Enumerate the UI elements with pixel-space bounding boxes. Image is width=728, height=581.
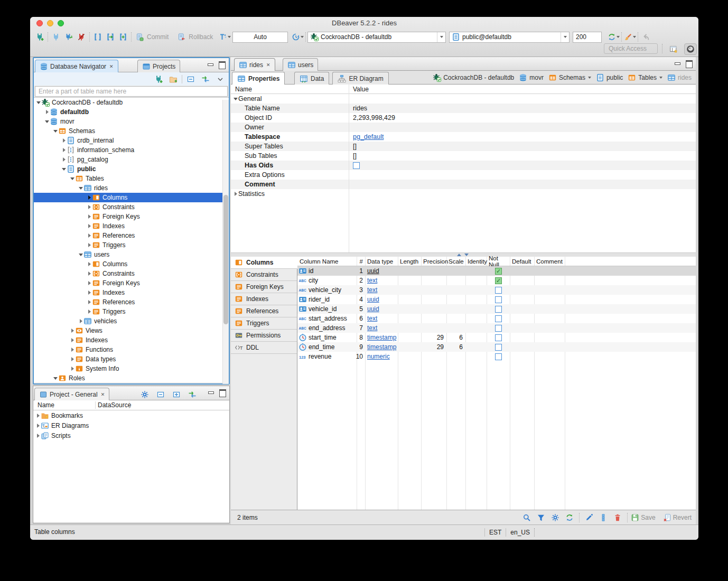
- breadcrumb-public[interactable]: public: [596, 73, 623, 82]
- tree-item-vehicles[interactable]: vehicles: [34, 316, 229, 326]
- subtab-data[interactable]: Data: [294, 72, 329, 85]
- connection-combo[interactable]: CockroachDB - defaultdb: [307, 32, 446, 43]
- expand-arrow-icon[interactable]: [87, 204, 92, 210]
- not-null-checkbox[interactable]: [495, 315, 502, 322]
- expand-arrow-icon[interactable]: [78, 318, 83, 324]
- property-row-object-id[interactable]: Object ID2,293,998,429: [231, 113, 696, 123]
- expand-arrow-icon[interactable]: [87, 233, 92, 238]
- tree-item-columns[interactable]: Columns: [34, 193, 229, 202]
- data-type-link[interactable]: timestamp: [367, 343, 396, 351]
- collapse-all-button[interactable]: [184, 73, 197, 85]
- close-tab-icon[interactable]: ✕: [101, 392, 105, 397]
- not-null-checkbox[interactable]: [495, 325, 502, 332]
- data-type-link[interactable]: numeric: [367, 353, 390, 360]
- connection-view-button[interactable]: [50, 31, 62, 43]
- connect-to-database-button[interactable]: [152, 73, 165, 85]
- detail-tab-foreign-keys[interactable]: Foreign Keys: [231, 281, 297, 293]
- tree-item-users[interactable]: users: [34, 250, 229, 259]
- schema-combo[interactable]: public@defaultdb: [449, 32, 570, 43]
- column-row-end-address[interactable]: ABCend_address7text: [297, 323, 696, 333]
- expand-arrow-icon[interactable]: [87, 280, 92, 286]
- expand-arrow-icon[interactable]: [61, 157, 67, 162]
- column-header-length[interactable]: Length: [398, 257, 421, 266]
- not-null-checkbox[interactable]: [495, 268, 502, 275]
- expand-arrow-icon[interactable]: [87, 214, 92, 219]
- minimize-view-button[interactable]: [208, 389, 214, 396]
- tree-item-crdb-internal[interactable]: crdb_internal: [34, 136, 229, 145]
- property-row-tablespace[interactable]: Tablespacepg_default: [231, 132, 696, 142]
- filter-button[interactable]: [535, 512, 547, 523]
- data-type-link[interactable]: text: [367, 286, 377, 294]
- back-button[interactable]: [640, 31, 652, 43]
- column-header-default[interactable]: Default: [510, 257, 534, 266]
- tree-item-functions[interactable]: Functions: [34, 345, 229, 354]
- not-null-checkbox[interactable]: [495, 277, 502, 284]
- property-row-has-oids[interactable]: Has Oids: [231, 161, 696, 170]
- breadcrumb-rides[interactable]: rides: [667, 73, 692, 82]
- transaction-mode-button[interactable]: [218, 31, 231, 43]
- expand-arrow-icon[interactable]: [35, 433, 41, 438]
- tree-item-triggers[interactable]: Triggers: [34, 307, 229, 316]
- breadcrumb-tables[interactable]: Tables: [628, 73, 662, 82]
- scrollbar-thumb[interactable]: [223, 195, 228, 324]
- column-row-start-time[interactable]: start_time8timestamp296: [297, 333, 696, 342]
- sql-editor-button[interactable]: [91, 31, 104, 43]
- tree-item-indexes[interactable]: Indexes: [34, 288, 229, 297]
- refresh-list-button[interactable]: [563, 512, 576, 523]
- transaction-log-button[interactable]: [291, 31, 304, 43]
- reconnect-button[interactable]: [62, 31, 75, 43]
- property-row-comment[interactable]: Comment: [231, 180, 696, 189]
- tree-item-triggers[interactable]: Triggers: [34, 240, 229, 250]
- column-row-start-address[interactable]: ABCstart_address6text: [297, 314, 696, 323]
- maximize-view-button[interactable]: [219, 61, 226, 68]
- tree-item-pg-catalog[interactable]: pg_catalog: [34, 155, 229, 164]
- expand-all-button[interactable]: [170, 389, 183, 400]
- table-filter-input[interactable]: Enter a part of table name here: [35, 86, 228, 97]
- caret-down-icon[interactable]: [659, 77, 662, 79]
- column-header-precision[interactable]: Precision: [421, 257, 446, 266]
- expand-arrow-icon[interactable]: [87, 195, 92, 200]
- expand-arrow-icon[interactable]: [70, 338, 75, 343]
- connect-button[interactable]: [33, 31, 46, 43]
- breadcrumb-movr[interactable]: movr: [519, 73, 544, 82]
- tree-item-indexes[interactable]: Indexes: [34, 335, 229, 345]
- expand-arrow-icon[interactable]: [87, 242, 92, 248]
- property-row-table-name[interactable]: Table Namerides: [231, 104, 696, 113]
- expand-arrow-icon[interactable]: [87, 290, 92, 295]
- property-row-super-tables[interactable]: Super Tables[]: [231, 142, 696, 151]
- not-null-checkbox[interactable]: [495, 344, 502, 351]
- expand-arrow-icon[interactable]: [87, 271, 92, 276]
- editor-tab-users[interactable]: users: [283, 58, 318, 71]
- auto-commit-combo[interactable]: Auto: [232, 32, 288, 43]
- column-header-identity[interactable]: Identity: [465, 257, 487, 266]
- expand-arrow-icon[interactable]: [35, 423, 41, 428]
- property-value[interactable]: [353, 161, 360, 170]
- editor-tab-rides[interactable]: rides✕: [234, 58, 275, 71]
- tree-item-references[interactable]: References: [34, 297, 229, 307]
- tree-item-schemas[interactable]: Schemas: [34, 126, 229, 136]
- column-row-revenue[interactable]: 123revenue10numeric: [297, 352, 696, 361]
- tablespace-link[interactable]: pg_default: [353, 133, 384, 140]
- expand-arrow-icon[interactable]: [61, 166, 67, 172]
- expand-arrow-icon[interactable]: [53, 128, 58, 134]
- link-with-editor-button[interactable]: [199, 73, 212, 85]
- expand-arrow-icon[interactable]: [70, 176, 75, 181]
- tree-item-public[interactable]: public: [34, 164, 229, 174]
- tree-item-roles[interactable]: Roles: [34, 373, 229, 382]
- breadcrumb-cockroachdb-defaultdb[interactable]: CockroachDB - defaultdb: [433, 73, 514, 82]
- collapse-all-button[interactable]: [154, 389, 167, 400]
- expand-arrow-icon[interactable]: [70, 357, 75, 362]
- save-button[interactable]: Save: [631, 513, 655, 522]
- column-header-not-null[interactable]: Not Null: [487, 257, 510, 266]
- tree-item-columns[interactable]: Columns: [34, 259, 229, 269]
- tree-item-rides[interactable]: rides: [34, 183, 229, 193]
- column-header-datasource[interactable]: DataSource: [96, 401, 129, 409]
- column-header-name[interactable]: Name: [33, 401, 96, 409]
- revert-button[interactable]: Revert: [663, 513, 692, 522]
- not-null-checkbox[interactable]: [495, 306, 502, 313]
- tree-item-constraints[interactable]: Constraints: [34, 202, 229, 212]
- property-row-owner[interactable]: Owner: [231, 123, 696, 132]
- maximize-editor-button[interactable]: [686, 60, 693, 67]
- tree-item-information-schema[interactable]: information_schema: [34, 145, 229, 155]
- delete-column-button[interactable]: [611, 512, 624, 523]
